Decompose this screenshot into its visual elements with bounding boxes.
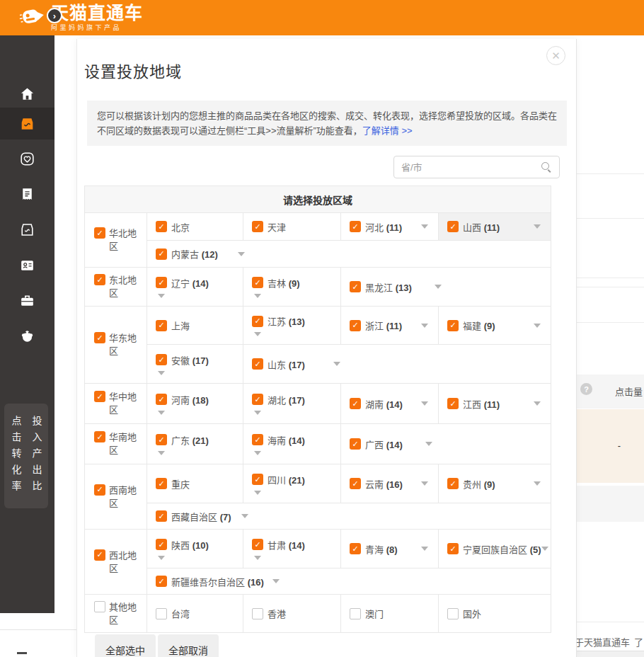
checkbox-checked[interactable] [252,316,263,327]
chevron-down-icon[interactable] [534,224,541,229]
chevron-down-icon[interactable] [254,294,261,298]
sidebar-item-home[interactable] [0,78,54,110]
province-cell[interactable]: 吉林 (9) [243,268,341,306]
search-input[interactable] [394,162,541,173]
sidebar-item-account[interactable] [0,249,54,281]
checkbox-unchecked[interactable] [94,601,105,612]
checkbox-checked[interactable] [94,274,105,285]
chevron-down-icon[interactable] [534,481,541,486]
sidebar-collapse-button[interactable]: › [47,8,62,23]
checkbox-checked[interactable] [94,549,105,561]
province-cell[interactable]: 江苏 (13) [243,307,341,344]
chevron-down-icon[interactable] [435,285,442,289]
checkbox-checked[interactable] [252,277,263,288]
checkbox-checked[interactable] [350,438,361,450]
select-all-button[interactable]: 全部选中 [95,634,156,657]
checkbox-checked[interactable] [447,543,459,554]
chevron-down-icon[interactable] [541,547,548,551]
checkbox-checked[interactable] [94,484,105,496]
chevron-down-icon[interactable] [158,294,165,298]
chevron-down-icon[interactable] [254,411,261,415]
chevron-down-icon[interactable] [534,324,541,328]
checkbox-checked[interactable] [156,277,167,288]
chevron-down-icon[interactable] [421,481,428,486]
province-cell[interactable]: 湖南 (14) [341,384,439,423]
checkbox-checked[interactable] [350,478,361,489]
checkbox-checked[interactable] [447,398,459,409]
checkbox-checked[interactable] [156,320,167,331]
search-icon[interactable] [541,161,552,173]
sidebar-item-store[interactable] [0,214,54,246]
province-cell[interactable]: 宁夏回族自治区 (5) [439,530,551,568]
chevron-down-icon[interactable] [158,556,165,560]
province-cell[interactable]: 江西 (11) [439,384,551,423]
checkbox-checked[interactable] [94,391,105,402]
province-cell[interactable]: 广西 (14) [341,424,551,464]
checkbox-checked[interactable] [447,478,459,489]
province-cell[interactable]: 河北 (11) [341,213,439,240]
chevron-down-icon[interactable] [158,371,165,375]
checkbox-checked[interactable] [252,434,263,445]
province-cell[interactable]: 北京 [147,213,243,240]
learn-more-link[interactable]: 了解详情 >> [362,125,413,136]
close-icon[interactable]: ✕ [546,46,565,65]
chevron-down-icon[interactable] [254,556,261,560]
province-cell[interactable]: 新疆维吾尔自治区 (16) [147,569,551,594]
province-cell[interactable]: 国外 [439,595,551,632]
chevron-down-icon[interactable] [421,547,428,551]
province-cell[interactable]: 青海 (8) [341,530,439,568]
checkbox-checked[interactable] [350,221,361,232]
deselect-all-button[interactable]: 全部取消 [158,634,219,657]
chevron-down-icon[interactable] [272,579,280,583]
checkbox-checked[interactable] [94,431,105,442]
checkbox-checked[interactable] [350,398,361,409]
checkbox-checked[interactable] [252,474,263,485]
checkbox-checked[interactable] [350,543,361,554]
checkbox-checked[interactable] [94,332,105,343]
chevron-down-icon[interactable] [241,514,248,518]
checkbox-checked[interactable] [156,394,167,405]
chevron-down-icon[interactable] [425,442,432,446]
checkbox-checked[interactable] [252,358,263,370]
chevron-down-icon[interactable] [534,401,541,406]
checkbox-checked[interactable] [252,539,263,550]
chevron-down-icon[interactable] [158,411,165,415]
province-cell[interactable]: 西藏自治区 (7) [147,503,551,529]
province-cell[interactable]: 澳门 [341,595,439,632]
chevron-down-icon[interactable] [421,324,428,328]
checkbox-checked[interactable] [350,320,361,331]
province-cell[interactable]: 云南 (16) [341,464,439,503]
checkbox-checked[interactable] [156,478,167,489]
province-cell[interactable]: 山东 (17) [243,345,551,383]
checkbox-checked[interactable] [252,394,263,405]
brand-logo[interactable]: 天猫直通车 阿里妈妈旗下产品 [18,3,143,33]
province-cell[interactable]: 福建 (9) [439,307,551,344]
checkbox-checked[interactable] [156,576,167,587]
checkbox-unchecked[interactable] [447,608,459,619]
province-cell[interactable]: 山西 (11) [439,213,551,240]
checkbox-checked[interactable] [252,221,263,232]
sidebar-item-tools[interactable] [0,285,54,316]
checkbox-unchecked[interactable] [350,608,361,619]
province-cell[interactable]: 海南 (14) [243,424,341,464]
province-cell[interactable]: 安徽 (17) [147,345,243,383]
checkbox-checked[interactable] [156,248,167,260]
province-cell[interactable]: 辽宁 (14) [147,268,243,306]
province-cell[interactable]: 黑龙江 (13) [341,268,551,306]
province-cell[interactable]: 香港 [243,595,341,632]
province-cell[interactable]: 河南 (18) [147,384,243,423]
checkbox-checked[interactable] [156,539,167,550]
sidebar-item-campaign-active[interactable] [0,108,54,139]
checkbox-checked[interactable] [156,354,167,365]
checkbox-checked[interactable] [156,510,167,522]
province-cell[interactable]: 内蒙古 (12) [147,241,551,267]
checkbox-unchecked[interactable] [252,608,263,619]
checkbox-checked[interactable] [156,221,167,232]
province-cell[interactable]: 陕西 (10) [147,530,243,568]
checkbox-checked[interactable] [94,227,105,239]
sidebar-item-reports[interactable] [0,178,54,210]
province-cell[interactable]: 重庆 [147,464,243,503]
checkbox-checked[interactable] [447,320,459,331]
checkbox-checked[interactable] [350,281,361,292]
sidebar-item-mascot[interactable] [0,320,54,352]
